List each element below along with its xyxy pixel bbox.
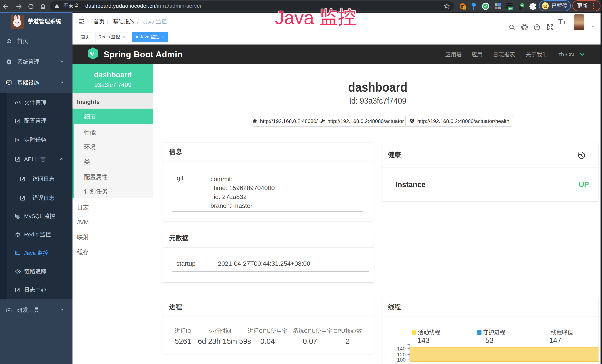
svg-text:1: 1 [463, 7, 465, 10]
svg-text:on: on [509, 7, 512, 10]
